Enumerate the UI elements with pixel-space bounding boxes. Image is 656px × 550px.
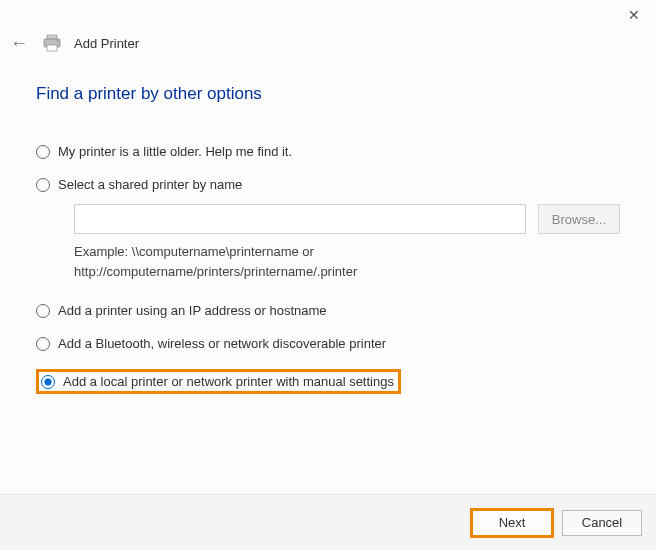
radio-icon	[36, 337, 50, 351]
option-label: Add a Bluetooth, wireless or network dis…	[58, 336, 386, 351]
option-ip-address[interactable]: Add a printer using an IP address or hos…	[36, 303, 620, 318]
next-button[interactable]: Next	[470, 508, 554, 538]
browse-button[interactable]: Browse...	[538, 204, 620, 234]
window-title: Add Printer	[74, 36, 139, 51]
footer: Next Cancel	[0, 494, 656, 550]
page-heading: Find a printer by other options	[36, 84, 620, 104]
cancel-button[interactable]: Cancel	[562, 510, 642, 536]
shared-printer-input[interactable]	[74, 204, 526, 234]
radio-icon	[41, 375, 55, 389]
svg-point-3	[57, 40, 59, 42]
svg-rect-0	[47, 35, 57, 39]
option-older-printer[interactable]: My printer is a little older. Help me fi…	[36, 144, 620, 159]
option-label: Add a local printer or network printer w…	[63, 374, 394, 389]
radio-icon	[36, 304, 50, 318]
header: ← Add Printer	[0, 30, 656, 54]
content-area: Find a printer by other options My print…	[0, 54, 656, 422]
shared-printer-block: Browse... Example: \\computername\printe…	[74, 204, 620, 281]
printer-icon	[42, 34, 62, 52]
option-shared-printer[interactable]: Select a shared printer by name	[36, 177, 620, 192]
radio-icon	[36, 178, 50, 192]
close-icon[interactable]: ✕	[628, 7, 640, 23]
option-label: Add a printer using an IP address or hos…	[58, 303, 327, 318]
back-arrow-icon[interactable]: ←	[8, 34, 30, 52]
shared-example-text: Example: \\computername\printername or h…	[74, 242, 474, 281]
radio-icon	[36, 145, 50, 159]
option-local-printer[interactable]: Add a local printer or network printer w…	[36, 369, 401, 394]
option-label: Select a shared printer by name	[58, 177, 242, 192]
option-bluetooth[interactable]: Add a Bluetooth, wireless or network dis…	[36, 336, 620, 351]
svg-rect-2	[47, 45, 57, 51]
option-label: My printer is a little older. Help me fi…	[58, 144, 292, 159]
titlebar: ✕	[0, 0, 656, 30]
